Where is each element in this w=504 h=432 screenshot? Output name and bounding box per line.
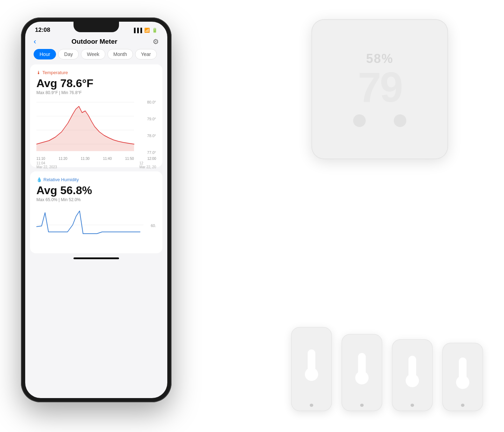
- sensor-3-body: [392, 339, 433, 404]
- tab-day[interactable]: Day: [58, 49, 79, 59]
- back-button[interactable]: ‹: [34, 37, 36, 46]
- sensors-row: [291, 327, 483, 411]
- humidity-y-label: 60.: [144, 224, 156, 228]
- sensor-4-dot: [461, 404, 464, 407]
- temperature-label: 🌡 Temperature: [36, 70, 156, 75]
- app-header: ‹ Outdoor Meter ⚙: [25, 34, 167, 49]
- thermometer-icon: 🌡: [36, 70, 41, 75]
- display-device: 58% 79: [312, 19, 448, 159]
- time-tabs: Hour Day Week Month Year: [25, 49, 167, 64]
- tab-year[interactable]: Year: [135, 49, 157, 59]
- phone: 12:08 ▐▐▐ 📶 🔋 ‹ Outdoor Meter ⚙ Hour: [21, 17, 172, 402]
- display-screen: 58% 79: [327, 51, 432, 108]
- x-label-1: 11:10: [36, 157, 45, 161]
- wifi-icon: 📶: [144, 28, 150, 33]
- home-indicator: [74, 257, 119, 259]
- tab-hour[interactable]: Hour: [34, 49, 56, 59]
- display-buttons: [353, 114, 406, 127]
- therm-stem-3: [408, 356, 416, 377]
- scene: 12:08 ▐▐▐ 📶 🔋 ‹ Outdoor Meter ⚙ Hour: [0, 0, 504, 432]
- temperature-stats: Max 80.9°F | Min 76.8°F: [36, 90, 156, 95]
- settings-icon[interactable]: ⚙: [153, 37, 159, 46]
- sensor-2-body: [342, 334, 382, 404]
- sensor-2-dot: [360, 404, 364, 407]
- temperature-section: 🌡 Temperature Avg 78.6°F Max 80.9°F | Mi…: [30, 64, 162, 167]
- phone-screen: 12:08 ▐▐▐ 📶 🔋 ‹ Outdoor Meter ⚙ Hour: [25, 22, 167, 398]
- x-label-3: 11:30: [81, 157, 90, 161]
- display-temperature: 79: [327, 66, 432, 108]
- sensor-3: [392, 339, 433, 411]
- notch: [74, 22, 119, 32]
- status-icons: ▐▐▐ 📶 🔋: [132, 28, 158, 33]
- temperature-chart: 80.0° 79.0° 78.0° 77.0° 11:10 11:20 11:3…: [36, 99, 156, 162]
- date-end: 12 Mar 22, 20: [139, 161, 156, 169]
- humidity-label: 💧 Relative Humidity: [36, 177, 156, 182]
- therm-stem: [308, 349, 315, 371]
- display-button-left[interactable]: [353, 114, 366, 127]
- y-label-3: 78.0°: [144, 134, 156, 138]
- sensor-4-thermometer: [454, 357, 472, 389]
- x-label-5: 11:50: [125, 157, 134, 161]
- app-title: Outdoor Meter: [71, 38, 117, 45]
- humidity-chart-svg: [36, 206, 144, 244]
- x-label-6: 12:00: [147, 157, 156, 161]
- droplet-icon: 💧: [36, 177, 42, 182]
- sensor-1-thermometer: [302, 349, 321, 381]
- sensor-1: [291, 327, 332, 411]
- sensor-4: [442, 343, 483, 411]
- tab-week[interactable]: Week: [81, 49, 105, 59]
- x-label-2: 11:20: [58, 157, 67, 161]
- therm-stem-4: [459, 357, 467, 379]
- battery-icon: 🔋: [152, 28, 158, 33]
- sensor-3-thermometer: [403, 356, 421, 387]
- signal-icon: ▐▐▐: [132, 28, 142, 33]
- humidity-chart: 60.: [36, 206, 156, 248]
- temperature-avg: Avg 78.6°F: [36, 77, 156, 90]
- phone-container: 12:08 ▐▐▐ 📶 🔋 ‹ Outdoor Meter ⚙ Hour: [21, 17, 172, 402]
- therm-stem-2: [358, 353, 366, 375]
- sensor-3-dot: [411, 404, 414, 407]
- y-label-1: 80.0°: [144, 100, 156, 104]
- y-label-2: 79.0°: [144, 117, 156, 121]
- sensor-2: [342, 334, 382, 411]
- tab-month[interactable]: Month: [107, 49, 133, 59]
- temperature-chart-svg: [36, 99, 144, 155]
- sensor-1-body: [291, 327, 332, 404]
- status-time: 12:08: [35, 27, 50, 34]
- chart-date-row: 11:04 Mar 22, 2023 12 Mar 22, 20: [36, 161, 156, 169]
- sensor-2-thermometer: [353, 353, 371, 384]
- x-label-4: 11:40: [103, 157, 112, 161]
- humidity-avg: Avg 56.8%: [36, 184, 156, 197]
- date-start: 11:04 Mar 22, 2023: [36, 161, 57, 169]
- humidity-section: 💧 Relative Humidity Avg 56.8% Max 65.0% …: [30, 171, 162, 253]
- chart-x-labels: 11:10 11:20 11:30 11:40 11:50 12:00: [36, 156, 156, 161]
- sensor-4-body: [442, 343, 483, 404]
- humidity-stats: Max 65.0% | Min 52.0%: [36, 197, 156, 202]
- y-label-4: 77.0°: [144, 150, 156, 155]
- display-button-right[interactable]: [394, 114, 406, 127]
- sensor-1-dot: [310, 404, 313, 407]
